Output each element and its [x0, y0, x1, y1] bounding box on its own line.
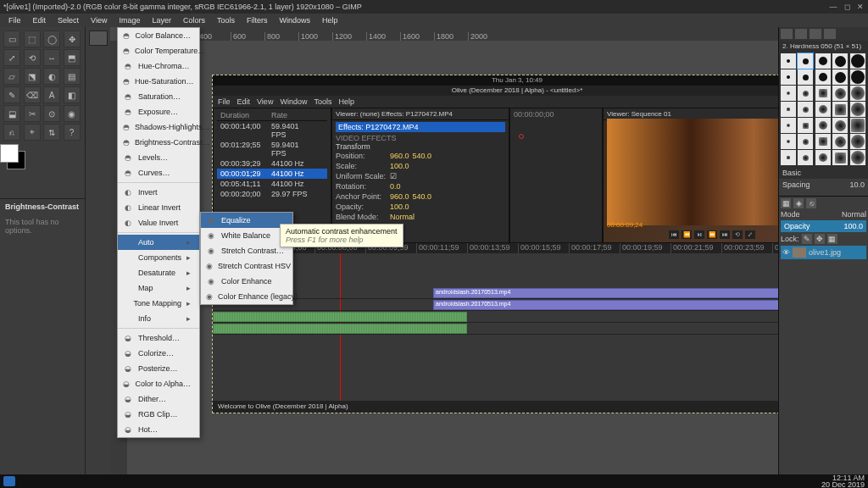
brush-preset[interactable]	[815, 86, 831, 101]
tool-button[interactable]: ⌫	[24, 86, 41, 103]
close-icon[interactable]: ✕	[856, 3, 865, 11]
maximize-icon[interactable]: ◻	[843, 3, 851, 11]
menu-item-rgb-clip-[interactable]: ◒RGB Clip…	[118, 407, 199, 422]
channels-icon[interactable]: ◈	[793, 198, 804, 208]
menu-item-levels-[interactable]: ◓Levels…	[118, 150, 199, 165]
tool-button[interactable]: ▭	[3, 30, 20, 47]
tool-button[interactable]: ?	[64, 124, 81, 141]
tool-button[interactable]: ✂	[24, 105, 41, 122]
opacity-slider[interactable]: Opacity 100.0	[781, 220, 866, 232]
tool-button[interactable]: ⬔	[24, 68, 41, 85]
menu-edit[interactable]: Edit	[28, 15, 52, 25]
menu-item-stretch-contrast-hsv[interactable]: ◉Stretch Contrast HSV	[201, 258, 292, 274]
menu-item-curves-[interactable]: ◓Curves…	[118, 165, 199, 180]
menu-view[interactable]: View	[86, 15, 112, 25]
menu-item-hot-[interactable]: ◒Hot…	[118, 422, 199, 437]
brush-preset[interactable]	[832, 69, 848, 85]
brush-preset[interactable]	[850, 118, 865, 133]
menu-filters[interactable]: Filters	[242, 15, 273, 25]
brush-preset[interactable]	[815, 134, 831, 149]
dock-tab[interactable]	[795, 29, 807, 39]
menu-item-color-enhance-legacy-[interactable]: ◉Color Enhance (legacy)	[201, 289, 292, 304]
layer-name[interactable]: olive1.jpg	[809, 248, 841, 257]
menu-item-shadows-highlights-[interactable]: ◓Shadows-Highlights…	[118, 119, 199, 135]
menu-help[interactable]: Help	[317, 15, 343, 25]
brush-preset[interactable]	[815, 118, 831, 133]
tool-button[interactable]: ▱	[3, 68, 20, 85]
image-thumb[interactable]	[89, 30, 108, 46]
brush-preset[interactable]	[815, 53, 831, 69]
menu-item-map[interactable]: Map▸	[118, 280, 199, 296]
canvas-area[interactable]: 0200400600800100012001400160018002000 Th…	[110, 27, 778, 474]
menu-windows[interactable]: Windows	[274, 15, 315, 25]
menu-item-tone-mapping[interactable]: Tone Mapping▸	[118, 296, 199, 311]
tool-button[interactable]: ⬒	[64, 49, 81, 66]
brush-preset[interactable]	[850, 86, 865, 101]
menu-item-color-to-alpha-[interactable]: ◒Color to Alpha…	[118, 376, 199, 391]
tool-button[interactable]: ⤢	[3, 49, 20, 66]
menu-layer[interactable]: Layer	[147, 15, 176, 25]
fg-color-swatch[interactable]	[0, 144, 19, 163]
tool-button[interactable]: ⬓	[3, 105, 20, 122]
spacing-value[interactable]: 10.0	[849, 180, 865, 189]
menu-item-color-enhance[interactable]: ◉Color Enhance	[201, 274, 292, 289]
brush-preset[interactable]	[798, 118, 813, 133]
brush-preset[interactable]	[798, 150, 813, 165]
menu-item-components[interactable]: Components▸	[118, 250, 199, 265]
color-swatches[interactable]	[0, 144, 85, 173]
brush-preset[interactable]	[798, 69, 813, 85]
brush-preset[interactable]	[781, 86, 796, 101]
menu-item-color-temperature-[interactable]: ◓Color Temperature…	[118, 43, 199, 58]
brush-preset[interactable]	[832, 53, 848, 69]
brush-preset[interactable]	[832, 86, 848, 101]
menu-item-invert[interactable]: ◐Invert	[118, 185, 199, 200]
tool-button[interactable]: ◉	[64, 105, 81, 122]
brush-preset[interactable]	[798, 53, 813, 69]
colors-menu-dropdown[interactable]: ◓Color Balance…◓Color Temperature…◓Hue-C…	[117, 27, 200, 438]
menu-item-hue-saturation-[interactable]: ◓Hue-Saturation…	[118, 74, 199, 89]
tool-button[interactable]: A	[43, 86, 60, 103]
menu-item-equalize[interactable]: ◉Equalize	[201, 213, 292, 228]
brush-preset[interactable]	[832, 118, 848, 133]
brush-preset[interactable]	[781, 53, 796, 69]
tool-button[interactable]: ▤	[64, 68, 81, 85]
menu-item-white-balance[interactable]: ◉White Balance	[201, 228, 292, 243]
lock-pixel-icon[interactable]: ✎	[802, 234, 812, 244]
menu-image[interactable]: Image	[114, 15, 145, 25]
brush-preset[interactable]	[781, 134, 796, 149]
brush-preset[interactable]	[815, 102, 831, 117]
menu-item-hue-chroma-[interactable]: ◓Hue-Chroma…	[118, 58, 199, 74]
lock-alpha-icon[interactable]: ▦	[827, 234, 837, 244]
brush-preset[interactable]	[781, 69, 796, 85]
tool-button[interactable]: ⟲	[24, 49, 41, 66]
menu-item-exposure-[interactable]: ◓Exposure…	[118, 104, 199, 119]
brush-preset[interactable]	[850, 53, 865, 69]
dock-tab[interactable]	[810, 29, 821, 39]
brush-preset[interactable]	[850, 69, 865, 85]
brush-preset[interactable]	[832, 102, 848, 117]
menu-item-threshold-[interactable]: ◒Threshold…	[118, 330, 199, 346]
brush-preset[interactable]	[850, 102, 865, 117]
layers-icon[interactable]: ▦	[781, 198, 791, 208]
tool-button[interactable]: ⇅	[43, 124, 60, 141]
start-icon[interactable]	[3, 476, 15, 486]
dock-tab[interactable]	[781, 29, 793, 39]
paths-icon[interactable]: ⎋	[806, 198, 816, 208]
tool-button[interactable]: ⬚	[24, 30, 41, 47]
brush-preset[interactable]	[781, 150, 796, 165]
menu-item-color-balance-[interactable]: ◓Color Balance…	[118, 28, 199, 43]
brush-preset[interactable]	[850, 150, 865, 165]
brush-preset[interactable]	[781, 118, 796, 133]
lock-pos-icon[interactable]: ✥	[815, 234, 825, 244]
brush-preset[interactable]	[798, 102, 813, 117]
menu-item-colorize-[interactable]: ◒Colorize…	[118, 346, 199, 361]
tool-button[interactable]: ◐	[43, 68, 60, 85]
brush-preset[interactable]	[850, 134, 865, 149]
menu-item-brightness-contrast-[interactable]: ◓Brightness-Contrast…	[118, 135, 199, 150]
menu-item-dither-[interactable]: ◒Dither…	[118, 391, 199, 407]
menu-item-value-invert[interactable]: ◐Value Invert	[118, 215, 199, 230]
tool-button[interactable]: ⎌	[3, 124, 20, 141]
mode-value[interactable]: Normal	[842, 210, 866, 219]
brush-preset[interactable]	[815, 150, 831, 165]
menu-select[interactable]: Select	[53, 15, 84, 25]
